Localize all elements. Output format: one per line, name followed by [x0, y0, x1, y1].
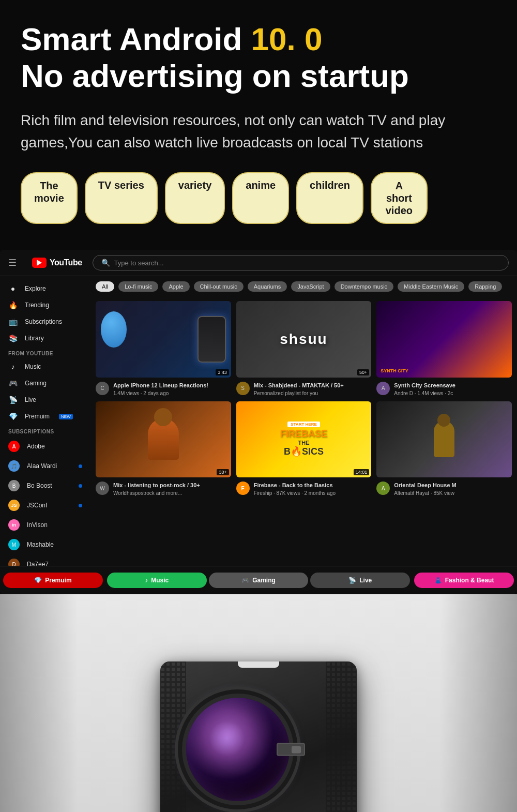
gaming-icon: 🎮 — [8, 379, 18, 387]
da7ee7-avatar: D — [8, 559, 20, 566]
sidebar-sub-jsconf[interactable]: JS JSConf — [0, 495, 90, 515]
sidebar-item-premium[interactable]: 💎 Premuim NEW — [0, 408, 90, 425]
title-white: Smart Android — [21, 21, 251, 57]
video-title-1: Apple iPhone 12 Lineup Reactions! — [113, 382, 231, 389]
invison-avatar: in — [8, 519, 20, 531]
sidebar-label-live: Live — [25, 396, 36, 403]
sidebar-label-gaming: Gaming — [25, 380, 47, 387]
chip-javascript[interactable]: JavaScript — [291, 281, 330, 292]
video-card-3[interactable]: SYNTH CITY A Synth City Screensave Andre… — [376, 301, 512, 396]
video-card-6[interactable]: A Oriental Deep House M Altematif Hayat … — [376, 401, 512, 496]
thumbnail-3: SYNTH CITY — [376, 301, 512, 377]
chip-chillout[interactable]: Chill-out music — [194, 281, 244, 292]
sidebar-label-jsconf: JSConf — [27, 502, 47, 509]
yt-search-bar[interactable]: 🔍 Type to search... — [93, 255, 509, 270]
bg-shadow-left — [0, 594, 78, 812]
channel-avatar-2: S — [236, 382, 250, 395]
trending-icon: 🔥 — [8, 301, 18, 309]
sidebar-sub-mashable[interactable]: M Mashable — [0, 535, 90, 554]
video-meta-4: Worldhaspostrock and more... — [113, 490, 231, 496]
sidebar-sub-alaa[interactable]: 🎵 Alaa Wardi — [0, 456, 90, 476]
pill-tv-series[interactable]: TV series — [85, 172, 158, 224]
video-card-4[interactable]: 30+ W Mix - listening to post-rock / 30+… — [96, 401, 231, 496]
sidebar-item-trending[interactable]: 🔥 Trending — [0, 297, 90, 313]
vent-left — [160, 661, 186, 812]
music-icon: ♪ — [8, 363, 18, 371]
chip-apple[interactable]: Apple — [162, 281, 189, 292]
video-title-4: Mix - listening to post-rock / 30+ — [113, 482, 231, 489]
bottom-btn-fashion[interactable]: 👗 Fashion & Beaut — [414, 573, 514, 588]
youtube-interface: ☰ YouTube 🔍 Type to search... ● Explore … — [0, 250, 517, 594]
pill-variety[interactable]: variety — [165, 172, 225, 224]
bottom-btn-premium[interactable]: 💎 Premuim — [3, 573, 103, 588]
channel-avatar-5: F — [236, 482, 250, 495]
pill-children[interactable]: children — [296, 172, 363, 224]
thumbnail-2: shsuu 50+ — [236, 301, 372, 377]
sidebar-sub-invison[interactable]: in InVison — [0, 515, 90, 535]
video-info-5: F Firebase - Back to the Basics Fireship… — [236, 482, 372, 496]
pill-short-video[interactable]: A shortvideo — [371, 172, 428, 224]
chip-aquariums[interactable]: Aquariums — [248, 281, 287, 292]
title-yellow: 10. 0 — [251, 21, 323, 57]
search-placeholder: Type to search... — [114, 259, 164, 267]
sidebar-item-library[interactable]: 📚 Library — [0, 330, 90, 347]
sidebar-item-subscriptions[interactable]: 📺 Subscriptions — [0, 313, 90, 330]
video-info-2: S Mix - Shabjdeed - MTAKTAK / 50+ Person… — [236, 382, 372, 396]
video-card-1[interactable]: 3:43 C Apple iPhone 12 Lineup Reactions!… — [96, 301, 231, 396]
projector-container — [134, 625, 383, 812]
bg-shadow-right — [439, 594, 517, 812]
video-card-2[interactable]: shsuu 50+ S Mix - Shabjdeed - MTAKTAK / … — [236, 301, 372, 396]
sidebar-item-music[interactable]: ♪ Music — [0, 358, 90, 375]
sidebar-item-live[interactable]: 📡 Live — [0, 392, 90, 408]
explore-icon: ● — [8, 284, 18, 293]
video-title-2: Mix - Shabjdeed - MTAKTAK / 50+ — [254, 382, 372, 389]
pill-anime[interactable]: anime — [232, 172, 289, 224]
video-meta-6: Altematif Hayat · 85K view — [394, 490, 512, 496]
live-btn-icon: 📡 — [348, 577, 356, 584]
yt-main: All Lo-fi music Apple Chill-out music Aq… — [90, 276, 517, 566]
video-info-1: C Apple iPhone 12 Lineup Reactions! 1.4M… — [96, 382, 231, 396]
chip-rapping[interactable]: Rapping — [468, 281, 502, 292]
yt-logo-text: YouTube — [50, 258, 82, 267]
projector-body — [160, 661, 357, 812]
channel-avatar-4: W — [96, 482, 109, 495]
sidebar-label-music: Music — [25, 363, 41, 370]
chip-all[interactable]: All — [96, 281, 114, 292]
jsconf-avatar: JS — [8, 500, 20, 511]
chip-lofi[interactable]: Lo-fi music — [118, 281, 158, 292]
bottom-btn-live[interactable]: 📡 Live — [310, 573, 410, 588]
boboost-avatar: B — [8, 480, 20, 491]
from-youtube-label: FROM YOUTUBE — [0, 347, 90, 358]
sidebar-sub-da7ee7[interactable]: D Da7ee7 — [0, 554, 90, 566]
video-details-6: Oriental Deep House M Altematif Hayat · … — [394, 482, 512, 496]
live-btn-label: Live — [359, 577, 372, 584]
main-title: Smart Android 10. 0 No advertising on st… — [21, 21, 496, 95]
dot-badge-boboost — [79, 484, 82, 488]
mashable-avatar: M — [8, 539, 20, 550]
sidebar-item-explore[interactable]: ● Explore — [0, 280, 90, 297]
dot-badge-alaa — [79, 464, 82, 468]
sidebar-label-mashable: Mashable — [27, 541, 54, 548]
video-duration-4: 30+ — [217, 469, 229, 475]
subscriptions-label: SUBSCRIPTIONS — [0, 425, 90, 437]
sidebar-sub-boboost[interactable]: B Bo Boost — [0, 476, 90, 495]
video-title-6: Oriental Deep House M — [394, 482, 512, 489]
pill-movie[interactable]: Themovie — [21, 172, 78, 224]
video-card-5[interactable]: START HERE FIREBASE THE B🔥SICS 14:01 F — [236, 401, 372, 496]
hamburger-icon[interactable]: ☰ — [8, 257, 17, 268]
vent-grid-right — [326, 661, 357, 812]
yt-logo-area: YouTube — [32, 258, 82, 268]
fashion-btn-icon: 👗 — [434, 577, 442, 584]
sidebar-item-gaming[interactable]: 🎮 Gaming — [0, 375, 90, 392]
channel-avatar-1: C — [96, 382, 109, 395]
fashion-btn-label: Fashion & Beaut — [445, 577, 494, 584]
sidebar-sub-adobe[interactable]: A Adobe — [0, 437, 90, 456]
vent-grid-left — [160, 661, 186, 812]
thumbnail-4: 30+ — [96, 401, 231, 477]
sidebar-label-adobe: Adobe — [27, 443, 45, 450]
chip-middle-eastern[interactable]: Middle Eastern Music — [398, 281, 464, 292]
alaa-avatar: 🎵 — [8, 460, 20, 472]
bottom-btn-gaming[interactable]: 🎮 Gaming — [209, 573, 309, 588]
chip-downtempo[interactable]: Downtempo music — [334, 281, 393, 292]
bottom-btn-music[interactable]: ♪ Music — [107, 573, 207, 588]
